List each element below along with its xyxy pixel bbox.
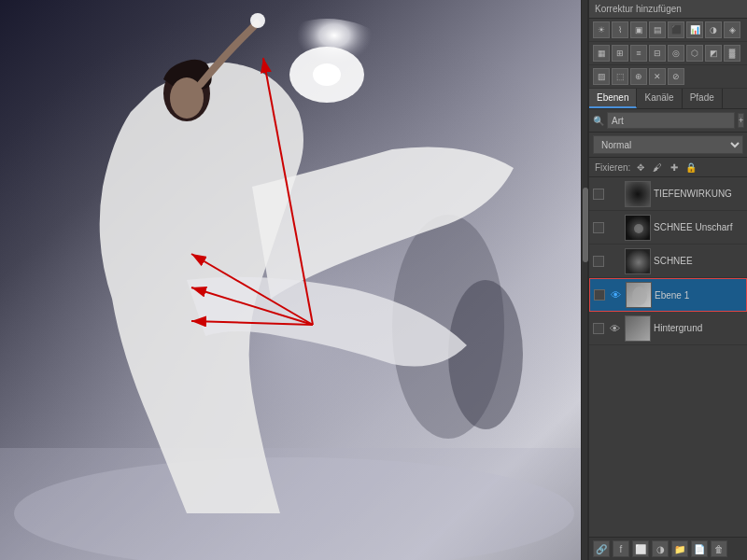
colorbalance-icon[interactable]: ⬛ (668, 21, 684, 38)
layer-checkbox-tiefenwirkung[interactable] (593, 189, 604, 200)
brightness-icon[interactable]: ☀ (593, 21, 610, 38)
svg-point-18 (634, 224, 643, 233)
search-icon: 🔍 (593, 116, 604, 126)
add-mask-icon[interactable]: ⬜ (632, 540, 649, 557)
threshold-icon[interactable]: ◩ (705, 45, 722, 62)
toolbar-row-1: ☀ ⌇ ▣ ▤ ⬛ 📊 ◑ ◈ (589, 19, 747, 42)
correction-header: Korrektur hinzufügen (589, 0, 747, 19)
layer-checkbox-hintergrund[interactable] (593, 323, 604, 334)
tabs-row: Ebenen Kanäle Pfade (589, 89, 747, 109)
scrollbar-thumb[interactable] (583, 188, 588, 262)
scrollbar[interactable] (581, 0, 588, 560)
fix-paint-icon[interactable]: 🖌 (651, 161, 664, 174)
bottom-panel: 🔗 f ⬜ ◑ 📁 📄 🗑 (589, 537, 747, 560)
layer-thumb-schnee (625, 248, 651, 274)
new-layer-icon[interactable]: + (738, 113, 744, 128)
layer-checkbox-schnee-unscharf[interactable] (593, 222, 604, 233)
tool-extra2[interactable]: ⊕ (630, 68, 647, 85)
color-lookup-icon[interactable]: ⊟ (649, 45, 666, 62)
fix-lock-icon[interactable]: 🔒 (684, 161, 698, 174)
tool-extra1[interactable]: ⬚ (612, 68, 628, 85)
levels-icon[interactable]: 📊 (686, 21, 703, 38)
channel-mixer-icon[interactable]: ≡ (630, 45, 647, 62)
invert-icon[interactable]: ◎ (668, 45, 684, 62)
fix-move-icon[interactable]: ✚ (668, 161, 681, 174)
layer-thumb-schnee-unscharf (625, 215, 651, 241)
posterize-icon[interactable]: ⬡ (686, 45, 703, 62)
layer-item-schnee-unscharf[interactable]: SCHNEE Unscharf (589, 211, 747, 245)
layer-checkbox-ebene1[interactable] (594, 289, 605, 301)
tool-extra3[interactable]: ✕ (649, 68, 666, 85)
search-row: 🔍 + ≡ (589, 109, 747, 133)
toolbar-row-2: ▦ ⊞ ≡ ⊟ ◎ ⬡ ◩ ▓ (589, 42, 747, 65)
layer-name-schnee: SCHNEE (654, 256, 743, 266)
search-input[interactable] (607, 112, 735, 129)
group-icon[interactable]: 📁 (671, 540, 688, 557)
adjustment-layer-icon[interactable]: ◑ (652, 540, 669, 557)
fix-row: Fixieren: ✥ 🖌 ✚ 🔒 (589, 158, 747, 177)
svg-point-4 (313, 63, 341, 86)
layers-list: TIEFENWIRKUNG SCHNEE Unscharf (589, 177, 747, 537)
tool-extra4[interactable]: ⊘ (668, 68, 684, 85)
saturation-icon[interactable]: ▤ (649, 21, 666, 38)
layer-thumb-ebene1 (626, 282, 652, 308)
link-icon[interactable]: 🔗 (593, 540, 610, 557)
layer-visibility-schnee-unscharf[interactable] (607, 220, 622, 235)
layer-item-schnee[interactable]: SCHNEE (589, 245, 747, 278)
layer-item-tiefenwirkung[interactable]: TIEFENWIRKUNG (589, 177, 747, 211)
svg-point-11 (250, 13, 265, 28)
right-panel: Korrektur hinzufügen ☀ ⌇ ▣ ▤ ⬛ 📊 ◑ ◈ ▦ ⊞… (588, 0, 747, 560)
selective-color-icon[interactable]: ▨ (593, 68, 610, 85)
layer-visibility-schnee[interactable] (607, 254, 622, 269)
layer-item-hintergrund[interactable]: 👁 Hintergrund (589, 312, 747, 345)
tab-kanaele[interactable]: Kanäle (637, 89, 682, 108)
new-layer-btn[interactable]: 📄 (691, 540, 708, 557)
layer-name-schnee-unscharf: SCHNEE Unscharf (654, 222, 743, 232)
fix-label: Fixieren: (595, 162, 630, 173)
delete-layer-icon[interactable]: 🗑 (711, 540, 727, 557)
layer-name-hintergrund: Hintergrund (654, 323, 743, 333)
blackwhite-icon[interactable]: ▦ (593, 45, 610, 62)
blend-mode-select[interactable]: Normal Multiplizieren Bildschirm Überlag… (593, 135, 743, 154)
layer-checkbox-schnee[interactable] (593, 256, 604, 267)
tab-ebenen[interactable]: Ebenen (589, 89, 637, 108)
blend-mode-row: Normal Multiplizieren Bildschirm Überlag… (589, 133, 747, 158)
svg-rect-22 (626, 316, 651, 342)
vibrance-icon[interactable]: ◈ (724, 21, 740, 38)
layer-item-ebene1[interactable]: 👁 Ebene 1 (589, 278, 747, 312)
layer-name-tiefenwirkung: TIEFENWIRKUNG (654, 189, 743, 199)
add-layer-style-icon[interactable]: f (613, 540, 629, 557)
curves-icon[interactable]: ⌇ (612, 21, 628, 38)
svg-point-6 (448, 280, 523, 429)
svg-point-21 (632, 287, 647, 305)
layer-name-ebene1: Ebene 1 (655, 290, 742, 301)
canvas-area (0, 0, 581, 560)
photo (0, 0, 581, 560)
layer-thumb-tiefenwirkung (625, 181, 651, 207)
toolbar-row-3: ▨ ⬚ ⊕ ✕ ⊘ (589, 65, 747, 89)
svg-rect-8 (0, 448, 581, 560)
photo-filter-icon[interactable]: ⊞ (612, 45, 628, 62)
fix-position-icon[interactable]: ✥ (634, 161, 647, 174)
hue-icon[interactable]: ▣ (630, 21, 647, 38)
layer-visibility-tiefenwirkung[interactable] (607, 187, 622, 202)
exposure-icon[interactable]: ◑ (705, 21, 722, 38)
tab-pfade[interactable]: Pfade (683, 89, 723, 108)
layer-visibility-hintergrund[interactable]: 👁 (607, 321, 622, 336)
svg-rect-19 (626, 249, 651, 274)
layer-thumb-hintergrund (625, 315, 651, 342)
gradient-map-icon[interactable]: ▓ (724, 45, 740, 62)
layer-visibility-ebene1[interactable]: 👁 (608, 287, 623, 302)
correction-label: Korrektur hinzufügen (595, 4, 682, 14)
